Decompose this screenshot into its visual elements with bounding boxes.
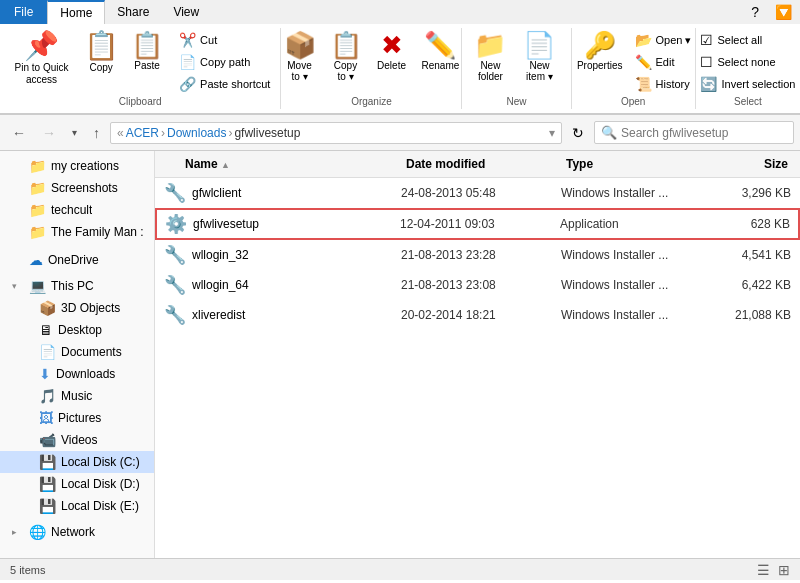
open-button[interactable]: 📂 Open ▾ — [631, 30, 696, 50]
file-row[interactable]: 🔧 wllogin_32 21-08-2013 23:28 Windows In… — [155, 240, 800, 270]
sidebar-item-local-disk-c[interactable]: 💾 Local Disk (C:) — [0, 451, 154, 473]
details-view-icon[interactable]: ☰ — [757, 562, 770, 578]
move-label: Moveto ▾ — [287, 60, 311, 82]
minimize-button[interactable]: 🔽 — [767, 0, 800, 24]
paste-label: Paste — [134, 60, 160, 71]
file-size: 628 KB — [710, 217, 790, 231]
new-folder-label: Newfolder — [478, 60, 503, 82]
breadcrumb-dropdown-icon[interactable]: ▾ — [549, 126, 555, 140]
select-all-button[interactable]: ☑ Select all — [696, 30, 799, 50]
col-size-label: Size — [764, 157, 788, 171]
col-date-header[interactable]: Date modified — [402, 155, 562, 173]
copy-path-label: Copy path — [200, 56, 250, 68]
rename-icon: ✏️ — [424, 32, 456, 58]
paste-shortcut-text: Paste shortcut — [200, 78, 270, 90]
file-date: 21-08-2013 23:28 — [401, 248, 561, 262]
file-icon: 🔧 — [164, 304, 186, 326]
col-size-header[interactable]: Size — [712, 155, 792, 173]
sidebar-item-my-creations[interactable]: 📁 my creations — [0, 155, 154, 177]
sidebar-item-downloads[interactable]: ⬇ Downloads — [0, 363, 154, 385]
sidebar-item-3d-objects[interactable]: 📦 3D Objects — [0, 297, 154, 319]
file-icon: 🔧 — [164, 182, 186, 204]
sidebar-item-onedrive[interactable]: ☁ OneDrive — [0, 249, 154, 271]
sidebar-label: Desktop — [58, 323, 102, 337]
tab-file[interactable]: File — [0, 0, 47, 24]
sidebar-label: Local Disk (E:) — [61, 499, 139, 513]
history-button[interactable]: 📜 History — [631, 74, 696, 94]
select-none-button[interactable]: ☐ Select none — [696, 52, 799, 72]
cut-button[interactable]: ✂️ Cut — [175, 30, 274, 50]
breadcrumb-acer[interactable]: ACER — [126, 126, 159, 140]
videos-icon: 📹 — [39, 432, 56, 448]
col-name-header[interactable]: Name ▲ — [181, 155, 402, 173]
sidebar-label: Network — [51, 525, 95, 539]
tab-home[interactable]: Home — [47, 0, 105, 24]
search-input[interactable] — [621, 126, 787, 140]
file-date: 24-08-2013 05:48 — [401, 186, 561, 200]
delete-button[interactable]: ✖ Delete — [370, 30, 414, 73]
large-icons-view-icon[interactable]: ⊞ — [778, 562, 790, 578]
paste-shortcut-button[interactable]: 🔗 5 items Paste shortcut — [175, 74, 274, 94]
properties-button[interactable]: 🔑 Properties — [571, 30, 629, 73]
forward-button[interactable]: → — [36, 122, 62, 144]
organize-label: Organize — [351, 94, 392, 107]
move-to-button[interactable]: 📦 Moveto ▾ — [278, 30, 322, 84]
up-button[interactable]: ↑ — [87, 122, 106, 144]
copy-to-label: Copyto ▾ — [334, 60, 357, 82]
copy-path-button[interactable]: 📄 Copy path — [175, 52, 274, 72]
edit-label: Edit — [656, 56, 675, 68]
file-list: 🔧 gfwlclient 24-08-2013 05:48 Windows In… — [155, 178, 800, 558]
tab-share[interactable]: Share — [105, 0, 161, 24]
file-type: Application — [560, 217, 710, 231]
new-item-label: New item ▾ — [520, 60, 558, 82]
new-label: New — [506, 94, 526, 107]
sidebar-item-videos[interactable]: 📹 Videos — [0, 429, 154, 451]
new-folder-button[interactable]: 📁 Newfolder — [468, 30, 512, 84]
invert-selection-button[interactable]: 🔄 Invert selection — [696, 74, 799, 94]
col-type-header[interactable]: Type — [562, 155, 712, 173]
sidebar-item-pictures[interactable]: 🖼 Pictures — [0, 407, 154, 429]
refresh-button[interactable]: ↻ — [566, 122, 590, 144]
file-icon: ⚙️ — [165, 213, 187, 235]
rename-button[interactable]: ✏️ Rename — [416, 30, 466, 73]
tab-view[interactable]: View — [161, 0, 211, 24]
folder-icon: 📁 — [29, 180, 46, 196]
back-button[interactable]: ← — [6, 122, 32, 144]
folder-icon: 📁 — [29, 202, 46, 218]
sidebar-item-local-disk-d[interactable]: 💾 Local Disk (D:) — [0, 473, 154, 495]
edit-button[interactable]: ✏️ Edit — [631, 52, 696, 72]
sidebar-item-screenshots[interactable]: 📁 Screenshots — [0, 177, 154, 199]
new-item-button[interactable]: 📄 New item ▾ — [514, 30, 564, 84]
sidebar-item-documents[interactable]: 📄 Documents — [0, 341, 154, 363]
recent-button[interactable]: ▾ — [66, 124, 83, 141]
file-row[interactable]: 🔧 gfwlclient 24-08-2013 05:48 Windows In… — [155, 178, 800, 208]
copy-to-icon: 📋 — [330, 32, 362, 58]
file-row[interactable]: 🔧 wllogin_64 21-08-2013 23:08 Windows In… — [155, 270, 800, 300]
clipboard-small-stack: ✂️ Cut 📄 Copy path 🔗 5 items Paste short… — [175, 30, 274, 94]
sidebar-item-music[interactable]: 🎵 Music — [0, 385, 154, 407]
sidebar-item-family-man[interactable]: 📁 The Family Man : — [0, 221, 154, 243]
breadcrumb-sep-1: › — [161, 126, 165, 140]
rename-label: Rename — [422, 60, 460, 71]
sidebar-item-local-disk-e[interactable]: 💾 Local Disk (E:) — [0, 495, 154, 517]
breadcrumb-downloads[interactable]: Downloads — [167, 126, 226, 140]
sidebar-item-this-pc[interactable]: ▾ 💻 This PC — [0, 275, 154, 297]
sidebar-item-desktop[interactable]: 🖥 Desktop — [0, 319, 154, 341]
file-name: wllogin_64 — [192, 278, 401, 292]
search-box: 🔍 — [594, 121, 794, 144]
file-row[interactable]: 🔧 xliveredist 20-02-2014 18:21 Windows I… — [155, 300, 800, 330]
sidebar-item-techcult[interactable]: 📁 techcult — [0, 199, 154, 221]
pin-to-quick-access-button[interactable]: 📌 Pin to Quick access — [6, 30, 77, 88]
sidebar-label: Screenshots — [51, 181, 118, 195]
copy-to-button[interactable]: 📋 Copyto ▾ — [324, 30, 368, 84]
sidebar-label: This PC — [51, 279, 94, 293]
copy-button[interactable]: 📋 Copy — [79, 30, 123, 75]
help-button[interactable]: ? — [743, 0, 767, 24]
sidebar-label: Pictures — [58, 411, 101, 425]
open-items: 🔑 Properties 📂 Open ▾ ✏️ Edit 📜 History — [571, 30, 696, 94]
file-row[interactable]: ⚙️ gfwlivesetup 12-04-2011 09:03 Applica… — [155, 208, 800, 240]
invert-label: Invert selection — [721, 78, 795, 90]
select-none-label: Select none — [717, 56, 775, 68]
paste-button[interactable]: 📋 Paste — [125, 30, 169, 73]
sidebar-item-network[interactable]: ▸ 🌐 Network — [0, 521, 154, 543]
